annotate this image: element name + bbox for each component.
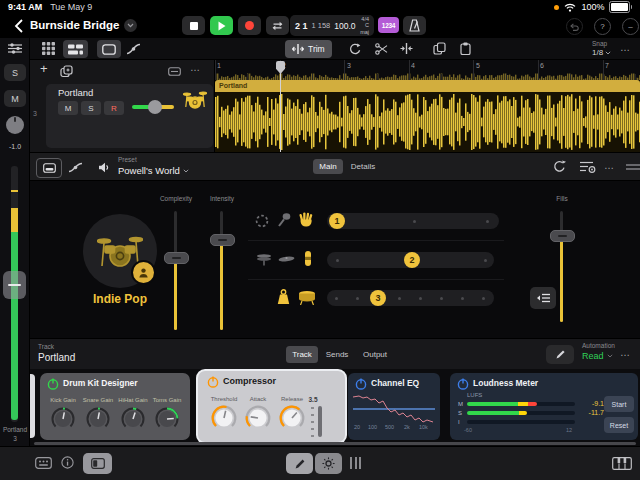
- hihat-gain-knob[interactable]: [120, 406, 146, 432]
- row3-slider-track[interactable]: [327, 290, 494, 306]
- paste-button[interactable]: [460, 42, 471, 55]
- audio-region[interactable]: Portland: [215, 80, 640, 152]
- tab-sends[interactable]: Sends: [320, 346, 354, 363]
- percussion-ring-icon[interactable]: [254, 213, 270, 229]
- marquee-tool-button[interactable]: [97, 40, 121, 58]
- power-icon[interactable]: [47, 378, 59, 390]
- snare-gain-knob[interactable]: [85, 406, 111, 432]
- complexity-handle[interactable]: [164, 252, 189, 264]
- cabasa-shaker-icon[interactable]: [303, 250, 313, 267]
- ride-cymbal-icon[interactable]: [278, 254, 295, 264]
- loop-tool-button[interactable]: [349, 43, 362, 55]
- metronome-button[interactable]: [403, 16, 426, 35]
- track-volume-knob[interactable]: [148, 100, 162, 114]
- browser-panel-button[interactable]: [83, 453, 112, 474]
- grid-view-button[interactable]: [42, 42, 55, 55]
- strip-mute-button[interactable]: M: [4, 90, 26, 107]
- preset-selector[interactable]: Powell's World: [118, 165, 189, 176]
- play-button[interactable]: [210, 16, 233, 35]
- row1-slider-handle[interactable]: 1: [329, 213, 345, 229]
- pan-knob[interactable]: [6, 116, 24, 134]
- intensity-handle[interactable]: [210, 234, 235, 246]
- plugin-tile-channel-eq[interactable]: Channel EQ 20 100 500 2k 10k: [348, 373, 440, 440]
- hihat-icon[interactable]: [256, 252, 272, 266]
- add-track-button[interactable]: +: [40, 61, 48, 76]
- plugin-strip-scrollbar[interactable]: [34, 442, 636, 445]
- copy-button[interactable]: [433, 42, 446, 55]
- freq-label: 500: [385, 424, 394, 430]
- power-icon[interactable]: [355, 378, 367, 390]
- edit-mode-button[interactable]: [286, 453, 313, 474]
- inspector-sliders-icon[interactable]: [8, 43, 22, 54]
- plugin-tile-loudness-meter[interactable]: Loudness Meter LUFS M S I -60 12 -9.1 -1…: [450, 373, 638, 440]
- plugin-settings-button[interactable]: [580, 161, 596, 173]
- kick-gain-knob[interactable]: [50, 406, 76, 432]
- toolbar-more-button[interactable]: …: [620, 42, 631, 53]
- edit-plugins-button[interactable]: [546, 345, 574, 364]
- info-button[interactable]: [61, 456, 74, 469]
- help-button[interactable]: ?: [594, 18, 611, 35]
- row2-slider-handle[interactable]: 2: [404, 252, 420, 268]
- strip-solo-button[interactable]: S: [4, 64, 26, 81]
- fader-handle[interactable]: [3, 271, 26, 299]
- duplicate-track-button[interactable]: [60, 65, 73, 78]
- shaker-icon[interactable]: [276, 212, 291, 228]
- play-surface-button[interactable]: [35, 457, 52, 469]
- track-zoom-button[interactable]: [168, 67, 181, 76]
- attack-knob[interactable]: [244, 404, 272, 432]
- tab-details[interactable]: Details: [345, 159, 381, 174]
- power-icon[interactable]: [457, 378, 469, 390]
- tab-output[interactable]: Output: [356, 346, 394, 363]
- toms-gain-knob[interactable]: [154, 406, 180, 432]
- snap-selector[interactable]: 1/8: [592, 48, 611, 57]
- project-menu-button[interactable]: [124, 19, 137, 32]
- smart-controls-button[interactable]: [68, 162, 83, 173]
- cowbell-icon[interactable]: [276, 289, 291, 305]
- threshold-knob[interactable]: [210, 404, 238, 432]
- scissors-icon: [375, 43, 388, 55]
- fills-handle[interactable]: [550, 230, 575, 242]
- mixer-faders-button[interactable]: [350, 457, 361, 469]
- track-record-button[interactable]: R: [104, 101, 124, 115]
- piano-keyboard-button[interactable]: [612, 457, 632, 470]
- automation-tool-button[interactable]: [126, 43, 141, 55]
- start-button[interactable]: Start: [604, 396, 634, 412]
- redo-button[interactable]: [566, 18, 583, 35]
- plugin-tile-compressor[interactable]: Compressor Threshold Attack Release 3.5: [198, 371, 345, 442]
- plugin-tile-drum-kit-designer[interactable]: Drum Kit Designer Kick Gain Snare Gain H…: [40, 373, 190, 440]
- row3-slider-handle[interactable]: 3: [370, 290, 386, 306]
- split-tool-button[interactable]: [375, 43, 388, 55]
- tracks-view-button[interactable]: [63, 40, 88, 58]
- compare-refresh-button[interactable]: [553, 160, 566, 173]
- cycle-button[interactable]: [266, 16, 289, 35]
- trim-mode-button[interactable]: Trim: [285, 40, 332, 58]
- automation-mode-selector[interactable]: Read: [582, 351, 613, 361]
- track-solo-button[interactable]: S: [81, 101, 101, 115]
- lcd-display[interactable]: 2 1 1 158 100.0 4/4 C maj: [290, 15, 374, 36]
- pattern-detail-button[interactable]: [530, 287, 556, 309]
- track-bar-more-button[interactable]: …: [620, 347, 631, 358]
- smart-controls-mode-button[interactable]: [315, 453, 342, 474]
- snare-drum-icon[interactable]: [298, 290, 316, 305]
- panel-drag-handle[interactable]: [626, 164, 640, 170]
- back-chevron-icon[interactable]: [14, 19, 23, 33]
- reset-button[interactable]: Reset: [604, 417, 634, 433]
- join-tool-button[interactable]: [400, 43, 413, 54]
- tab-track[interactable]: Track: [286, 346, 318, 363]
- track-name[interactable]: Portland: [58, 87, 93, 98]
- meter-track-i: [467, 420, 575, 424]
- plugin-more-button[interactable]: …: [604, 160, 615, 171]
- project-title[interactable]: Burnside Bridge: [30, 19, 119, 31]
- monitor-speaker-icon[interactable]: [98, 162, 110, 173]
- track-mute-button[interactable]: M: [58, 101, 78, 115]
- power-icon[interactable]: [207, 376, 219, 388]
- minimize-button[interactable]: –: [622, 18, 639, 35]
- track-header-more-button[interactable]: …: [190, 62, 201, 73]
- tab-main[interactable]: Main: [313, 159, 343, 174]
- claps-icon[interactable]: [298, 211, 314, 227]
- release-knob[interactable]: [278, 404, 306, 432]
- record-button[interactable]: [238, 16, 261, 35]
- count-in-badge[interactable]: 1234: [378, 17, 399, 33]
- plugin-window-button[interactable]: [36, 158, 62, 178]
- stop-button[interactable]: [182, 16, 205, 35]
